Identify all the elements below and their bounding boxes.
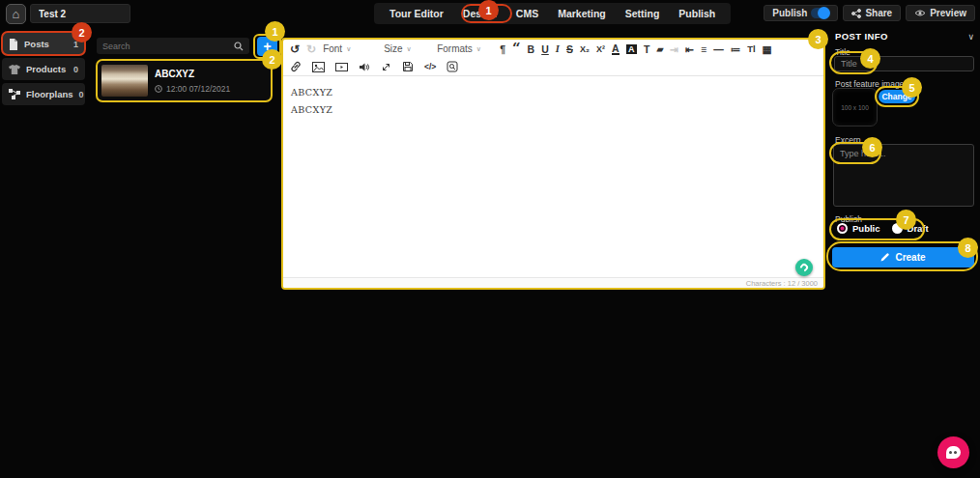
remove-format-icon[interactable]: ▰ [656, 44, 663, 54]
sidebar-item-count: 0 [79, 90, 84, 99]
undo-button[interactable]: ↺ [290, 42, 300, 56]
tab-publish[interactable]: Publish [669, 8, 725, 19]
tshirt-icon [9, 65, 20, 74]
formats-dropdown[interactable]: Formats∨ [437, 43, 493, 54]
chevron-down-icon: ∨ [346, 45, 351, 53]
chat-button[interactable] [937, 436, 969, 468]
share-icon [851, 9, 861, 18]
font-dropdown-label: Font [323, 43, 342, 54]
search-input[interactable] [102, 42, 234, 51]
radio-unselected-icon [892, 223, 903, 234]
search-icon [234, 42, 244, 51]
editor-line: ABCXYZ [291, 87, 816, 98]
radio-draft[interactable]: Draft [892, 223, 929, 234]
toggle-knob [818, 7, 830, 19]
paragraph-style-icon[interactable]: ¶ [500, 43, 505, 55]
superscript-icon[interactable]: X² [596, 44, 605, 54]
post-info-title: POST INFO [835, 31, 888, 42]
add-post-button[interactable]: + [257, 37, 277, 56]
tab-tour-editor[interactable]: Tour Editor [380, 8, 453, 19]
chevron-down-icon: ∨ [476, 45, 481, 53]
widget-ring-icon [798, 262, 809, 272]
highlight-color-icon[interactable]: A [626, 44, 638, 54]
tab-design[interactable]: Design [453, 8, 506, 19]
code-view-icon[interactable]: </> [424, 62, 436, 71]
topbar-actions: Publish Share Preview [764, 5, 975, 21]
sidebar-item-posts[interactable]: Posts 1 [2, 33, 85, 55]
tab-cms[interactable]: CMS [506, 8, 548, 19]
line-height-icon[interactable]: Tl [747, 43, 755, 54]
formats-dropdown-label: Formats [437, 43, 473, 54]
editor-toolbar-row2: </> [283, 58, 823, 76]
post-info-header[interactable]: POST INFO ∨ [835, 31, 974, 42]
italic-icon[interactable]: I [556, 43, 560, 54]
align-left-icon[interactable]: ≡ [701, 43, 706, 55]
editor-content[interactable]: ABCXYZ ABCXYZ [283, 76, 823, 277]
chevron-down-icon: ∨ [407, 45, 412, 53]
create-button[interactable]: Create [832, 247, 974, 267]
preview-button[interactable]: Preview [906, 5, 975, 21]
share-label: Share [865, 8, 892, 18]
app-window: ⌂ Tour Editor Design CMS Marketing Setti… [0, 0, 980, 478]
publish-radio-group: Public Draft [837, 223, 929, 234]
post-datetime-text: 12:00 07/12/2021 [166, 84, 230, 94]
radio-draft-label: Draft [908, 223, 929, 234]
sidebar-item-count: 1 [73, 40, 78, 49]
list-icon[interactable]: ≔ [731, 43, 741, 55]
sidebar-item-floorplans[interactable]: Floorplans 0 [2, 83, 85, 105]
create-button-label: Create [895, 252, 925, 263]
sidebar-item-count: 0 [73, 65, 78, 74]
video-icon[interactable] [335, 62, 348, 72]
strikethrough-icon[interactable]: S [566, 43, 573, 55]
accessibility-widget-button[interactable] [795, 259, 813, 276]
editor-statusbar: Characters : 12 / 3000 [283, 277, 823, 288]
image-size-hint: 100 x 100 [841, 104, 869, 111]
radio-selected-icon [837, 223, 848, 234]
size-dropdown[interactable]: Size∨ [384, 43, 430, 54]
post-title: ABCXYZ [155, 69, 230, 79]
save-icon[interactable] [402, 61, 414, 72]
eye-icon [914, 9, 926, 17]
excerpt-textarea[interactable] [833, 144, 974, 207]
chevron-down-icon: ∨ [967, 32, 974, 42]
project-title-input[interactable] [30, 4, 130, 23]
change-image-button[interactable]: Change [879, 90, 915, 103]
indent-icon[interactable]: ⇥ [670, 43, 678, 55]
post-thumbnail [101, 65, 148, 97]
publish-toggle-group[interactable]: Publish [764, 5, 838, 21]
sidebar-item-label: Floorplans [26, 89, 73, 99]
blockquote-icon[interactable]: “ [512, 42, 521, 55]
radio-public[interactable]: Public [837, 223, 880, 234]
font-color-icon[interactable]: A [612, 43, 620, 55]
table-icon[interactable]: ▦ [763, 43, 772, 55]
bold-icon[interactable]: B [528, 43, 535, 55]
tab-setting[interactable]: Setting [616, 8, 670, 19]
rich-text-editor: ↺ ↻ Font∨ Size∨ Formats∨ ¶ “ B U I S X₂ … [281, 38, 825, 290]
editor-line: ABCXYZ [291, 104, 816, 115]
outdent-icon[interactable]: ⇤ [685, 43, 694, 55]
clock-icon [155, 85, 162, 93]
redo-button[interactable]: ↻ [306, 42, 316, 56]
fullscreen-icon[interactable] [381, 62, 391, 72]
tab-marketing[interactable]: Marketing [548, 8, 616, 19]
post-list-item[interactable]: ABCXYZ 12:00 07/12/2021 [96, 59, 273, 102]
size-dropdown-label: Size [384, 43, 402, 54]
horizontal-rule-icon[interactable]: — [713, 43, 724, 55]
sidebar-item-products[interactable]: Products 0 [2, 58, 85, 80]
publish-toggle-label: Publish [772, 8, 807, 18]
plus-icon: + [263, 39, 271, 54]
publish-toggle[interactable] [811, 8, 829, 18]
link-icon[interactable] [290, 61, 302, 72]
home-button[interactable]: ⌂ [6, 4, 26, 24]
subscript-icon[interactable]: X₂ [580, 44, 590, 54]
title-input[interactable] [834, 56, 974, 71]
image-icon[interactable] [312, 62, 325, 72]
text-style-icon[interactable]: T [644, 43, 649, 55]
font-dropdown[interactable]: Font∨ [323, 43, 377, 54]
share-button[interactable]: Share [843, 5, 901, 21]
sidebar-item-label: Posts [24, 39, 68, 49]
preview-icon[interactable] [447, 61, 458, 72]
radio-public-label: Public [852, 223, 880, 234]
audio-icon[interactable] [359, 62, 370, 72]
underline-icon[interactable]: U [541, 43, 549, 55]
